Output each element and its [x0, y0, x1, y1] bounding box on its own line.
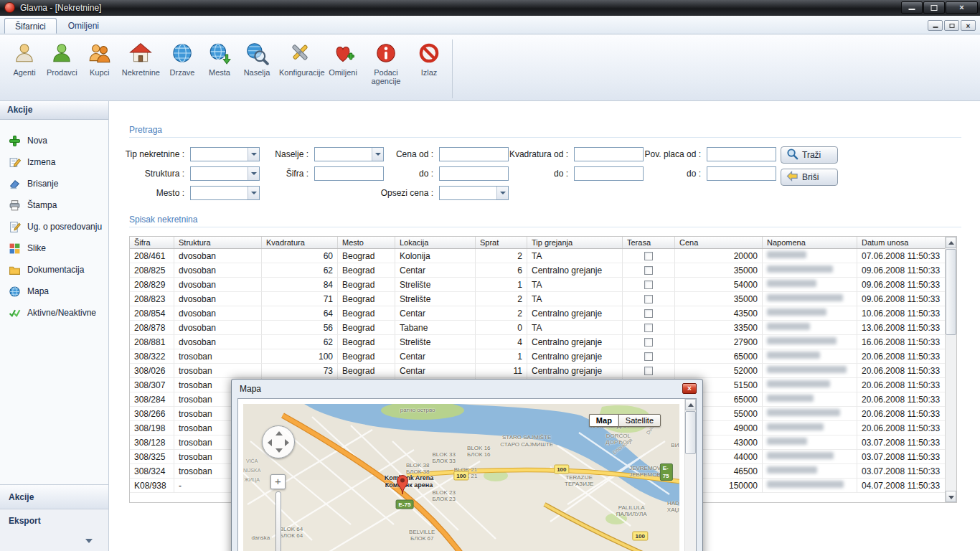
- house-icon: [128, 41, 153, 65]
- column-header-kvadratura[interactable]: Kvadratura: [262, 237, 338, 248]
- ribbon-item-drzave[interactable]: Drzave: [164, 39, 201, 78]
- close-button[interactable]: ×: [946, 1, 978, 14]
- table-row[interactable]: 208/878dvosoban56BeogradTabane0TA3350013…: [130, 321, 956, 335]
- column-header-mesto[interactable]: Mesto: [338, 237, 395, 248]
- column-header-sprat[interactable]: Sprat: [476, 237, 527, 248]
- scroll-down-icon[interactable]: [946, 491, 956, 502]
- map-canvas[interactable]: ратно острвоKALEMEGDAN КАЛЕМЕГДАНDORĆOL …: [243, 404, 679, 551]
- table-row[interactable]: 208/829dvosoban84BeogradStrelište1TA5400…: [130, 278, 956, 292]
- map-marker-icon[interactable]: [395, 474, 410, 495]
- pretraga-title: Pretraga: [129, 125, 162, 135]
- cell-napomena: [763, 263, 857, 278]
- sidebar-item-nova[interactable]: Nova: [0, 130, 108, 151]
- table-row[interactable]: 208/854dvosoban64BeogradCentar2Centralno…: [130, 306, 956, 321]
- table-row[interactable]: 208/823dvosoban71BeogradStrelište2TA3500…: [130, 292, 956, 306]
- table-row[interactable]: 308/322trosoban100BeogradCentar1Centraln…: [130, 349, 956, 364]
- column-header-terasa[interactable]: Terasa: [623, 237, 675, 248]
- map-label: PALILULA ПАЛИЛУЛА: [616, 504, 647, 517]
- ribbon-item-izlaz[interactable]: Izlaz: [410, 39, 448, 78]
- sidebar-chevron[interactable]: [0, 532, 108, 551]
- tab-omiljeni[interactable]: Omiljeni: [58, 18, 109, 34]
- sidebar-item-aktivne-neaktivne[interactable]: Aktivne/Neaktivne: [0, 302, 108, 324]
- map-scroll-up-icon[interactable]: [685, 399, 696, 410]
- column-header-cena[interactable]: Cena: [675, 237, 763, 248]
- scroll-up-icon[interactable]: [946, 237, 956, 248]
- cell-terasa: [623, 278, 675, 292]
- cell-sprat: 11: [476, 364, 527, 378]
- mdi-minimize-button[interactable]: [928, 20, 943, 31]
- search-do-input[interactable]: [707, 166, 776, 181]
- tab-šifarnici[interactable]: Šifarnici: [4, 18, 57, 34]
- ribbon-item-naselja[interactable]: Naselja: [238, 39, 275, 78]
- map-window-scrollbar[interactable]: [684, 399, 696, 551]
- terasa-checkbox[interactable]: [644, 266, 653, 275]
- ribbon-item-konfiguracije[interactable]: Konfiguracije: [275, 39, 324, 78]
- terasa-checkbox[interactable]: [644, 352, 653, 361]
- minimize-button[interactable]: [901, 1, 923, 14]
- cell-kvadratura: 73: [262, 364, 338, 378]
- map-scroll-thumb[interactable]: [685, 411, 696, 454]
- search-briši-button[interactable]: Briši: [781, 169, 838, 186]
- combo-dropdown-button[interactable]: [496, 187, 508, 199]
- sidebar-item-dokumentacija[interactable]: Dokumentacija: [0, 259, 108, 281]
- combo-dropdown-button[interactable]: [248, 187, 259, 199]
- terasa-checkbox[interactable]: [644, 338, 653, 347]
- cell-kvadratura: 84: [262, 278, 338, 292]
- table-row[interactable]: 208/461dvosoban60BeogradKolonija2TA20000…: [130, 249, 956, 263]
- table-row[interactable]: 208/825dvosoban62BeogradCentar6Centralno…: [130, 263, 956, 278]
- column-header-struktura[interactable]: Struktura: [174, 237, 262, 248]
- ribbon-item-prodavci[interactable]: Prodavci: [43, 39, 81, 78]
- sidebar-item-ug-o-posredovanju[interactable]: Ug. o posredovanju: [0, 216, 108, 237]
- ribbon-item-kupci[interactable]: Kupci: [81, 39, 118, 78]
- column-header-tip-grejanja[interactable]: Tip grejanja: [527, 237, 623, 248]
- map-type-map-button[interactable]: Map: [589, 414, 618, 427]
- pan-left-icon: [268, 439, 272, 446]
- search-traži-button[interactable]: Traži: [781, 146, 838, 164]
- map-window-close-button[interactable]: ×: [682, 383, 697, 394]
- map-window[interactable]: Mapa ×: [231, 379, 703, 551]
- sidebar-akcije-bar[interactable]: Akcije: [0, 484, 108, 509]
- ribbon-item-omiljeni[interactable]: Omiljeni: [324, 39, 362, 78]
- table-scrollbar[interactable]: [945, 237, 956, 502]
- column-header-datum-unosa[interactable]: Datum unosa: [857, 237, 946, 248]
- sidebar-item-mapa[interactable]: Mapa: [0, 281, 108, 302]
- terasa-checkbox[interactable]: [644, 367, 653, 375]
- ribbon-item-label: Kupci: [90, 68, 110, 77]
- terasa-checkbox[interactable]: [644, 324, 653, 332]
- column-header-lokacija[interactable]: Lokacija: [395, 237, 476, 248]
- maximize-button[interactable]: [923, 1, 945, 14]
- cell-grejanje: TA: [527, 292, 623, 306]
- terasa-checkbox[interactable]: [644, 252, 653, 260]
- map-type-satellite-button[interactable]: Satellite: [618, 414, 661, 427]
- map-zoom-in-button[interactable]: +: [270, 474, 286, 489]
- map-label: VIĆA: [246, 458, 258, 464]
- terasa-checkbox[interactable]: [644, 295, 653, 303]
- tools-icon: [288, 41, 312, 65]
- mdi-close-button[interactable]: ×: [961, 20, 976, 31]
- table-row[interactable]: 308/026trosoban73BeogradCentar11Centraln…: [130, 364, 956, 378]
- ribbon-item-mesta[interactable]: Mesta: [201, 39, 238, 78]
- search-mesto-combo[interactable]: [190, 186, 260, 200]
- terasa-checkbox[interactable]: [644, 281, 653, 289]
- map-zoom-slider[interactable]: [275, 491, 281, 551]
- map-window-title[interactable]: Mapa: [232, 380, 702, 397]
- column-header-napomena[interactable]: Napomena: [763, 237, 857, 248]
- chevron-down-icon: [251, 192, 257, 194]
- sidebar-item-label: Štampa: [27, 200, 57, 210]
- sidebar-item-slike[interactable]: Slike: [0, 237, 108, 259]
- cell-terasa: [623, 306, 675, 321]
- scroll-thumb[interactable]: [946, 249, 956, 335]
- ribbon-item-agenti[interactable]: Agenti: [6, 39, 43, 78]
- ribbon-item-podaci-agencije[interactable]: Podaci agencije: [362, 39, 410, 87]
- ribbon-item-label: Omiljeni: [329, 68, 357, 77]
- ribbon-item-nekretnine[interactable]: Nekretnine: [118, 39, 164, 78]
- terasa-checkbox[interactable]: [644, 309, 653, 318]
- cell-sprat: 2: [476, 306, 527, 321]
- sidebar-eksport[interactable]: Eksport: [0, 509, 108, 532]
- search-pov-placa-od-input[interactable]: [707, 147, 776, 161]
- mdi-restore-button[interactable]: [944, 20, 959, 31]
- table-row[interactable]: 208/881dvosoban62BeogradStrelište4Centra…: [130, 335, 956, 349]
- column-header-šifra[interactable]: Šifra: [130, 237, 174, 248]
- map-pan-control[interactable]: [262, 425, 295, 458]
- search-opsezi-cena-combo[interactable]: [439, 186, 509, 200]
